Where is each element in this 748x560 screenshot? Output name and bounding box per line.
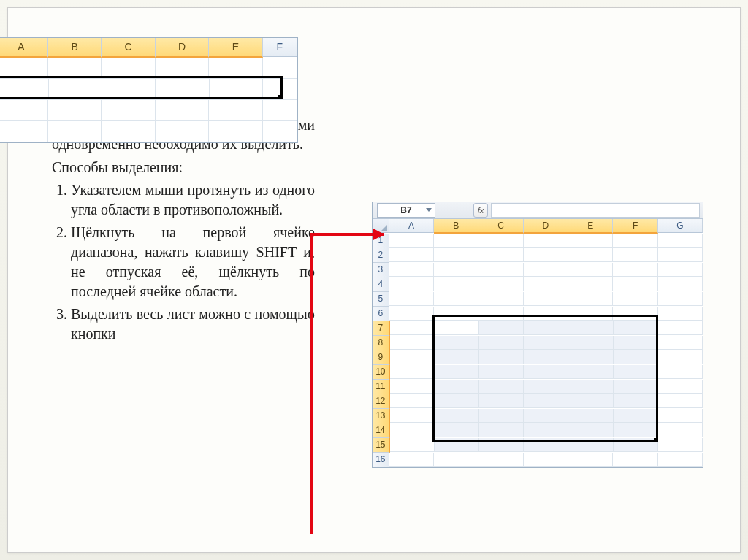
- cell[interactable]: [390, 438, 435, 452]
- cell[interactable]: [658, 423, 703, 437]
- cell[interactable]: [568, 234, 613, 248]
- cell[interactable]: [434, 248, 478, 262]
- cell[interactable]: [658, 380, 703, 394]
- cell[interactable]: [524, 453, 568, 467]
- column-header[interactable]: C: [102, 38, 155, 58]
- cell[interactable]: [48, 100, 102, 121]
- cell[interactable]: [263, 100, 297, 121]
- cell[interactable]: [478, 263, 523, 277]
- cell[interactable]: [658, 336, 703, 350]
- row-header[interactable]: 10: [373, 365, 390, 380]
- cell[interactable]: [209, 58, 262, 79]
- cell[interactable]: [524, 380, 568, 394]
- cell[interactable]: [156, 79, 209, 100]
- row-header[interactable]: 5: [373, 292, 389, 307]
- cell[interactable]: [568, 365, 613, 379]
- cell[interactable]: [613, 307, 657, 321]
- cell[interactable]: [568, 292, 613, 306]
- cell[interactable]: [209, 121, 262, 142]
- cell[interactable]: [614, 350, 658, 364]
- cell[interactable]: [613, 277, 657, 291]
- cell[interactable]: [435, 380, 479, 394]
- cell[interactable]: [524, 336, 568, 350]
- row-header[interactable]: 11: [373, 380, 390, 394]
- cell[interactable]: [102, 100, 155, 121]
- cell[interactable]: [0, 58, 48, 79]
- cell[interactable]: [658, 263, 703, 277]
- column-header[interactable]: D: [156, 38, 209, 58]
- cell[interactable]: [389, 263, 434, 277]
- cell[interactable]: [435, 409, 479, 423]
- cell[interactable]: [568, 263, 613, 277]
- cell[interactable]: [209, 100, 262, 121]
- cell[interactable]: [389, 234, 434, 248]
- cell[interactable]: [568, 350, 613, 364]
- column-header[interactable]: F: [613, 219, 657, 234]
- cell[interactable]: [524, 292, 568, 306]
- cell[interactable]: [389, 277, 434, 291]
- cell[interactable]: [390, 409, 435, 423]
- cell[interactable]: [48, 58, 102, 79]
- cell[interactable]: [479, 394, 524, 408]
- cell[interactable]: [524, 350, 568, 364]
- cell[interactable]: [389, 307, 434, 321]
- cell[interactable]: [478, 292, 523, 306]
- cell[interactable]: [156, 121, 209, 142]
- cell[interactable]: [524, 234, 568, 248]
- select-all-corner[interactable]: [373, 219, 389, 233]
- cell[interactable]: [614, 380, 658, 394]
- cell[interactable]: [568, 453, 613, 467]
- cell[interactable]: [478, 307, 523, 321]
- cell[interactable]: [435, 350, 479, 364]
- cell[interactable]: [479, 336, 524, 350]
- cell[interactable]: [434, 263, 478, 277]
- cell[interactable]: [389, 248, 434, 262]
- cell[interactable]: [435, 336, 479, 350]
- row-header[interactable]: 15: [373, 438, 390, 453]
- cell[interactable]: [613, 263, 657, 277]
- cell[interactable]: [390, 321, 435, 335]
- cell[interactable]: [479, 365, 524, 379]
- cell[interactable]: [658, 234, 703, 248]
- formula-bar[interactable]: [491, 203, 700, 218]
- row-header[interactable]: 14: [373, 423, 390, 438]
- cell[interactable]: [435, 394, 479, 408]
- column-header[interactable]: F: [263, 38, 297, 57]
- cell[interactable]: [435, 365, 479, 379]
- cell[interactable]: [524, 277, 568, 291]
- cell[interactable]: [614, 409, 658, 423]
- cell[interactable]: [568, 438, 613, 452]
- cell[interactable]: [568, 380, 613, 394]
- cell[interactable]: [614, 336, 658, 350]
- cell[interactable]: [210, 79, 263, 100]
- cell[interactable]: [478, 453, 523, 467]
- row-header[interactable]: 8: [373, 336, 390, 350]
- cell[interactable]: [434, 277, 478, 291]
- cell[interactable]: [524, 423, 568, 437]
- cell[interactable]: [390, 336, 435, 350]
- column-header[interactable]: B: [48, 38, 102, 58]
- cell[interactable]: [263, 58, 297, 79]
- cell[interactable]: [658, 307, 703, 321]
- column-header[interactable]: A: [0, 38, 48, 58]
- cell[interactable]: [390, 394, 435, 408]
- cell[interactable]: [156, 58, 209, 79]
- row-header[interactable]: 9: [373, 350, 390, 365]
- cell[interactable]: [613, 292, 657, 306]
- column-header[interactable]: E: [568, 219, 613, 234]
- cell[interactable]: [156, 100, 209, 121]
- row-header[interactable]: 2: [373, 248, 389, 263]
- cell[interactable]: [658, 321, 703, 335]
- cell[interactable]: [568, 321, 613, 335]
- row-header[interactable]: 13: [373, 409, 390, 423]
- cell[interactable]: [613, 453, 657, 467]
- cell[interactable]: [390, 350, 435, 364]
- cell[interactable]: [434, 234, 478, 248]
- cell[interactable]: [658, 350, 703, 364]
- row-header[interactable]: 7: [373, 321, 390, 336]
- cell[interactable]: [390, 380, 435, 394]
- row-header[interactable]: 3: [373, 263, 389, 277]
- cell[interactable]: [0, 121, 48, 142]
- column-header[interactable]: D: [524, 219, 568, 234]
- cell[interactable]: [48, 121, 102, 142]
